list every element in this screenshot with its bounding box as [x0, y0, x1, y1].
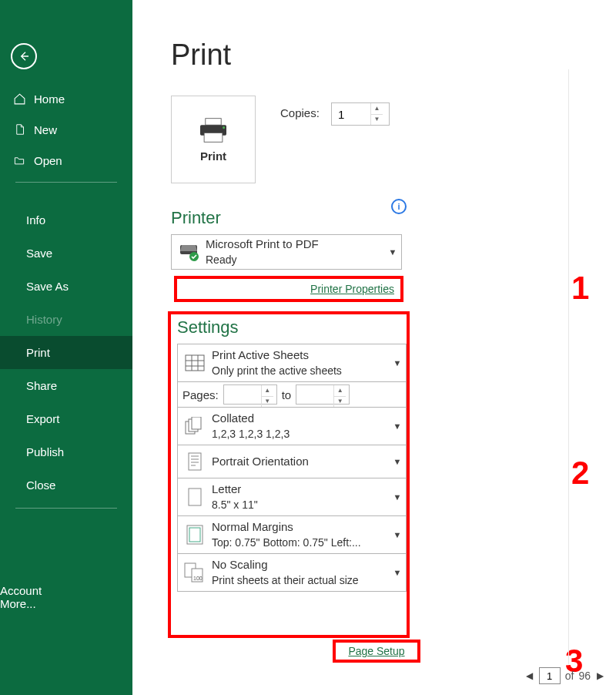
divider: [15, 182, 117, 183]
chevron-down-icon: ▼: [384, 247, 401, 257]
home-icon: [12, 92, 26, 106]
sidebar-item-save[interactable]: Save: [0, 237, 132, 270]
page-setup-link[interactable]: Page Setup: [348, 645, 404, 657]
sidebar-item-publish[interactable]: Publish: [0, 435, 132, 468]
setting-paper-size[interactable]: Letter 8.5" x 11" ▼: [177, 478, 407, 516]
sidebar-item-close[interactable]: Close: [0, 468, 132, 502]
setting-title: Print Active Sheets: [212, 348, 389, 363]
setting-subtitle: Top: 0.75" Bottom: 0.75" Left:...: [212, 536, 389, 550]
annotation-box-3: Page Setup: [333, 640, 420, 663]
folder-open-icon: [12, 153, 26, 167]
setting-title: Normal Margins: [212, 519, 389, 535]
new-file-icon: [12, 123, 26, 136]
copies-label: Copies:: [280, 106, 320, 119]
pager-of-label: of: [565, 670, 574, 682]
sidebar-item-save-as[interactable]: Save As: [0, 270, 132, 303]
printer-properties-link[interactable]: Printer Properties: [310, 283, 394, 295]
print-panel: Print Print Copies: ▲ ▼ i Printer: [132, 0, 616, 695]
section-heading-settings: Settings: [177, 317, 239, 337]
setting-orientation[interactable]: Portrait Orientation ▼: [177, 445, 407, 478]
page-to-dec[interactable]: ▼: [334, 397, 346, 408]
page-from-inc[interactable]: ▲: [262, 385, 273, 397]
printer-selector[interactable]: Microsoft Print to PDF Ready ▼: [171, 234, 402, 270]
sidebar-item-more[interactable]: More...: [0, 597, 132, 610]
svg-rect-0: [206, 118, 221, 125]
sidebar-item-share[interactable]: Share: [0, 369, 132, 402]
printer-info-icon[interactable]: i: [391, 199, 407, 214]
copies-input[interactable]: [332, 103, 370, 125]
page-to-inc[interactable]: ▲: [334, 385, 346, 397]
svg-rect-6: [186, 355, 204, 371]
copies-stepper[interactable]: ▲ ▼: [331, 102, 390, 126]
page-title: Print: [171, 39, 231, 72]
collated-icon: [178, 417, 212, 435]
paper-icon: [178, 488, 212, 506]
page-to-input[interactable]: [296, 385, 333, 404]
print-button[interactable]: Print: [171, 96, 256, 183]
sidebar-item-export[interactable]: Export: [0, 402, 132, 435]
setting-title: Letter: [212, 482, 389, 497]
page-from-stepper[interactable]: ▲▼: [223, 384, 277, 405]
setting-scaling[interactable]: 100 No Scaling Print sheets at their act…: [177, 553, 407, 592]
setting-title: Collated: [212, 411, 389, 426]
annotation-1: 1: [571, 270, 589, 307]
pages-range-row: Pages: ▲▼ to ▲▼: [177, 381, 407, 408]
sidebar-item-label: New: [34, 123, 57, 136]
printer-name: Microsoft Print to PDF: [206, 237, 384, 252]
next-page-button[interactable]: ▶: [595, 670, 605, 681]
back-button[interactable]: [11, 43, 37, 69]
portrait-icon: [178, 452, 212, 471]
sidebar-item-account[interactable]: Account: [0, 584, 132, 597]
backstage-sidebar: Home New Open Info Save Save As History …: [0, 0, 132, 695]
svg-rect-9: [192, 417, 201, 429]
annotation-box-2: Settings Print Active Sheets Only print …: [168, 311, 410, 638]
divider: [15, 508, 117, 509]
to-label: to: [282, 388, 292, 401]
sidebar-item-home[interactable]: Home: [0, 83, 132, 114]
copies-increment[interactable]: ▲: [371, 103, 383, 115]
chevron-down-icon: ▼: [389, 492, 406, 502]
sidebar-item-new[interactable]: New: [0, 114, 132, 145]
setting-subtitle: 1,2,3 1,2,3 1,2,3: [212, 427, 389, 442]
svg-point-3: [223, 126, 225, 129]
page-from-dec[interactable]: ▼: [262, 397, 273, 408]
current-page-input[interactable]: [539, 667, 561, 684]
sheets-icon: [178, 354, 212, 371]
pager-total: 96: [578, 670, 591, 682]
setting-subtitle: Only print the active sheets: [212, 364, 389, 378]
chevron-down-icon: ▼: [389, 421, 406, 431]
pages-label: Pages:: [182, 388, 219, 401]
setting-subtitle: 8.5" x 11": [212, 498, 389, 512]
setting-subtitle: Print sheets at their actual size: [212, 573, 389, 588]
printer-icon: [197, 117, 229, 143]
section-heading-printer: Printer: [171, 208, 221, 228]
printer-status-icon: [172, 242, 206, 262]
sidebar-item-open[interactable]: Open: [0, 145, 132, 176]
page-to-stepper[interactable]: ▲▼: [296, 384, 350, 405]
setting-margins[interactable]: Normal Margins Top: 0.75" Bottom: 0.75" …: [177, 515, 407, 554]
setting-title: Portrait Orientation: [212, 454, 389, 469]
svg-text:100: 100: [193, 576, 203, 581]
setting-print-what[interactable]: Print Active Sheets Only print the activ…: [177, 344, 407, 382]
chevron-down-icon: ▼: [389, 568, 406, 577]
annotation-2: 2: [571, 455, 589, 492]
svg-rect-2: [204, 133, 223, 142]
prev-page-button[interactable]: ◀: [524, 670, 534, 681]
preview-divider: [568, 69, 569, 664]
sidebar-item-label: Home: [34, 92, 65, 106]
scaling-icon: 100: [178, 562, 212, 583]
printer-status: Ready: [206, 253, 384, 267]
svg-rect-10: [189, 453, 201, 470]
sidebar-item-label: Open: [34, 154, 62, 167]
page-from-input[interactable]: [224, 385, 261, 404]
svg-rect-11: [189, 489, 201, 505]
arrow-left-icon: [18, 50, 30, 62]
print-button-label: Print: [200, 149, 226, 163]
page-navigator: ◀ of 96 ▶: [524, 667, 605, 684]
sidebar-item-info[interactable]: Info: [0, 203, 132, 237]
chevron-down-icon: ▼: [389, 457, 406, 466]
copies-decrement[interactable]: ▼: [371, 115, 383, 126]
chevron-down-icon: ▼: [389, 530, 406, 539]
setting-collation[interactable]: Collated 1,2,3 1,2,3 1,2,3 ▼: [177, 407, 407, 445]
sidebar-item-print[interactable]: Print: [0, 336, 132, 369]
